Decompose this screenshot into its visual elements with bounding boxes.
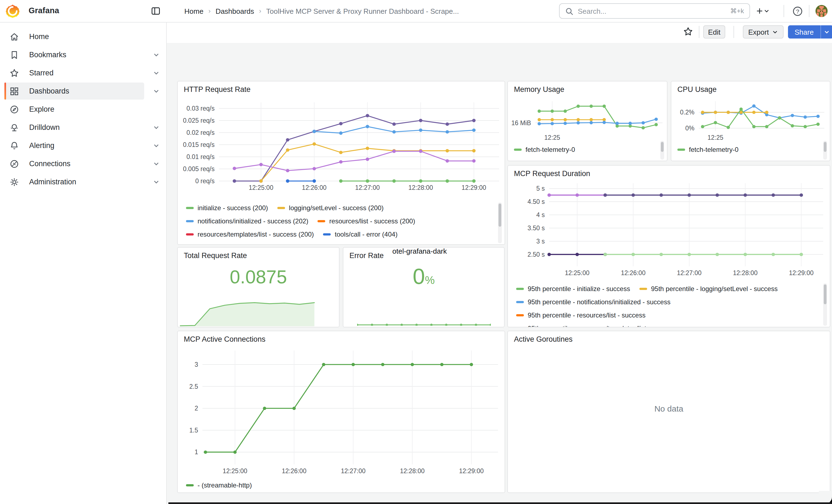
legend-label: unknown - success (200) (383, 244, 457, 244)
legend-item[interactable]: notifications/initialized - success (202… (186, 217, 308, 225)
legend-label: resources/templates/list - success (200) (198, 231, 314, 238)
legend-item[interactable]: unknown - success (200) (371, 244, 457, 244)
svg-text:3 s: 3 s (536, 238, 545, 245)
export-button[interactable]: Export (743, 25, 784, 38)
sidebar-item-connections[interactable]: Connections (0, 155, 166, 173)
user-avatar[interactable] (815, 5, 828, 17)
sidebar-item-bookmarks[interactable]: Bookmarks (0, 46, 166, 64)
legend-item[interactable]: 95th percentile - notifications/initiali… (516, 298, 671, 306)
no-data-message: No data (508, 404, 830, 413)
sidebar-item-starred[interactable]: Starred (0, 64, 166, 82)
panel-title[interactable]: Active Goroutines (514, 335, 573, 343)
panel-active-goroutines: Active Goroutines No data (508, 331, 830, 493)
svg-text:12:28:00: 12:28:00 (408, 184, 433, 191)
search-input[interactable]: Search... ⌘+k (559, 3, 750, 19)
legend-label: tools/call - error (404) (335, 231, 397, 238)
chevron-down-icon[interactable] (153, 142, 160, 149)
error-rate-sparkline (357, 319, 491, 326)
svg-text:4.50 s: 4.50 s (527, 198, 545, 205)
breadcrumb-item[interactable]: Dashboards (215, 7, 254, 15)
sidebar-item-dashboards[interactable]: Dashboards (0, 82, 166, 100)
panel-title[interactable]: Error Rate (349, 251, 384, 260)
sidebar-item-administration[interactable]: Administration (0, 173, 166, 191)
http-legend: initialize - success (200)logging/setLev… (186, 202, 497, 244)
svg-text:12:26:00: 12:26:00 (621, 269, 646, 276)
legend-item[interactable]: 95th percentile - resources/list - succe… (516, 312, 646, 319)
legend-item[interactable]: logging/setLevel - success (200) (277, 204, 384, 212)
legend-scrollbar-thumb[interactable] (824, 142, 827, 152)
chevron-down-icon[interactable] (153, 124, 160, 131)
panel-http-request-rate: HTTP Request Rate 0 req/s0.005 req/s0.01… (177, 81, 505, 245)
share-dropdown-button[interactable] (820, 25, 832, 38)
svg-text:12:25:00: 12:25:00 (223, 468, 248, 475)
sidebar-item-label: Starred (29, 69, 54, 77)
panel-title[interactable]: Total Request Rate (184, 251, 247, 260)
svg-text:12:25: 12:25 (544, 134, 560, 141)
chevron-down-icon[interactable] (153, 160, 160, 167)
legend-scrollbar-thumb[interactable] (498, 204, 501, 227)
chevron-down-icon (824, 29, 830, 35)
total-request-rate-sparkline (180, 283, 327, 326)
legend-item[interactable]: - (streamable-http) (186, 481, 252, 489)
gear-icon (9, 177, 19, 187)
legend-label: 95th percentile - logging/setLevel - suc… (651, 285, 778, 293)
legend-color-chip (318, 220, 326, 222)
star-icon (9, 68, 19, 78)
legend-label: 95th percentile - initialize - success (528, 285, 630, 293)
legend-item[interactable]: tools/call - error (404) (323, 231, 397, 238)
sidebar-item-label: Alerting (29, 141, 54, 150)
drilldown-icon (9, 123, 19, 132)
svg-text:1.5: 1.5 (189, 427, 198, 434)
window-corner (819, 491, 832, 504)
legend-item[interactable]: 95th percentile - initialize - success (516, 285, 630, 293)
chevron-down-icon[interactable] (153, 70, 160, 76)
svg-text:12:27:00: 12:27:00 (341, 468, 366, 475)
sidebar-item-alerting[interactable]: Alerting (0, 136, 166, 155)
legend-scrollbar-thumb[interactable] (661, 142, 664, 152)
legend-item[interactable]: tools/call - success (200) (186, 244, 270, 244)
legend-color-chip (640, 288, 647, 290)
legend-color-chip (186, 207, 194, 209)
legend-label: 95th percentile - notifications/initiali… (528, 298, 671, 306)
grafana-app: Grafana Home›Dashboards›ToolHive MCP Ser… (0, 0, 832, 504)
sidebar-item-explore[interactable]: Explore (0, 100, 166, 118)
add-button[interactable] (756, 4, 769, 18)
chevron-down-icon[interactable] (153, 179, 160, 185)
chevron-down-icon[interactable] (153, 88, 160, 95)
search-shortcut: ⌘+k (730, 7, 744, 15)
error-rate-value: 0% (343, 264, 504, 289)
legend-item[interactable]: 95th percentile - resources/templates/li… (516, 325, 676, 327)
sidebar-item-home[interactable]: Home (0, 27, 166, 46)
svg-text:12:27:00: 12:27:00 (355, 184, 380, 191)
sidebar-toggle-icon[interactable] (151, 6, 161, 16)
svg-text:12:25:00: 12:25:00 (565, 269, 590, 276)
grafana-logo-icon[interactable] (5, 4, 20, 18)
top-header: Grafana Home›Dashboards›ToolHive MCP Ser… (0, 0, 832, 23)
legend-label: initialize - success (200) (198, 204, 268, 212)
legend-item[interactable]: fetch-telemetry-0 (677, 146, 738, 154)
edit-button[interactable]: Edit (703, 25, 725, 38)
share-button[interactable]: Share (788, 25, 820, 38)
legend-item[interactable]: resources/list - success (200) (318, 217, 415, 225)
legend-item[interactable]: resources/templates/list - success (200) (186, 231, 314, 238)
legend-label: notifications/initialized - success (202… (198, 217, 308, 225)
sidebar-item-drilldown[interactable]: Drilldown (0, 118, 166, 136)
legend-item[interactable]: tools/list - success (200) (280, 244, 362, 244)
legend-color-chip (516, 314, 524, 316)
legend-item[interactable]: fetch-telemetry-0 (514, 146, 575, 154)
header-divider (809, 5, 809, 17)
breadcrumb-separator: › (208, 7, 210, 15)
mcp-active-connections-chart[interactable]: 11.522.5312:25:0012:26:0012:27:0012:28:0… (178, 331, 504, 493)
legend-color-chip (186, 233, 194, 236)
chevron-down-icon[interactable] (153, 51, 160, 58)
legend-scrollbar-thumb[interactable] (824, 285, 827, 304)
svg-text:12:25: 12:25 (708, 134, 724, 141)
favorite-star-icon[interactable] (681, 24, 695, 38)
svg-text:0.025 req/s: 0.025 req/s (183, 117, 215, 124)
help-icon[interactable]: ? (791, 4, 804, 18)
total-request-rate-value: 0.0875 (178, 266, 339, 288)
breadcrumb-item[interactable]: Home (184, 7, 203, 15)
chevron-down-icon (772, 29, 778, 35)
legend-item[interactable]: 95th percentile - logging/setLevel - suc… (640, 285, 778, 293)
legend-item[interactable]: initialize - success (200) (186, 204, 268, 212)
